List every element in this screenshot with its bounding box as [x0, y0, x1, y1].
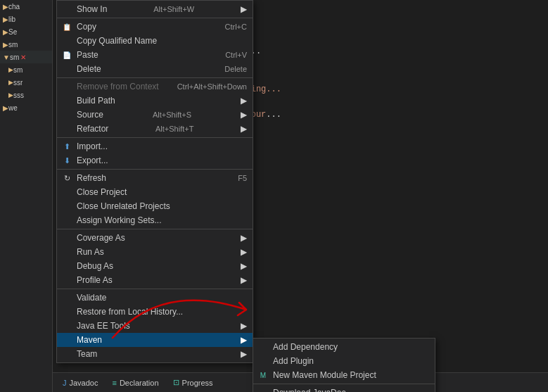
menu-separator: [253, 384, 435, 384]
menu-item-show-in[interactable]: Show In Alt+Shift+W ▶: [57, 2, 253, 16]
menu-shortcut: Alt+Shift+S: [153, 110, 191, 119]
sidebar-item-ssr[interactable]: ▶ ssr: [0, 76, 52, 89]
sidebar-label: lib: [8, 15, 15, 23]
menu-item-label: Delete: [77, 64, 101, 74]
sidebar-item-lib[interactable]: ▶ lib: [0, 13, 52, 25]
file-tree-sidebar: ▶ cha ▶ lib ▶ Se ▶ sm ▼ sm ✕ ▶ sm ▶ ssr …: [0, 0, 53, 392]
menu-separator: [57, 169, 253, 170]
menu-item-label: Show In: [77, 4, 107, 14]
menu-item-label: Coverage As: [77, 233, 125, 243]
sidebar-item-sss[interactable]: ▶ sss: [0, 89, 52, 101]
menu-item-refactor[interactable]: Refactor Alt+Shift+T ▶: [57, 122, 253, 136]
menu-item-import[interactable]: ⬆ Import...: [57, 139, 253, 153]
menu-item-validate[interactable]: Validate: [57, 291, 253, 305]
menu-separator: [57, 289, 253, 289]
menu-item-coverage-as[interactable]: Coverage As ▶: [57, 231, 253, 245]
sidebar-item-we[interactable]: ▶ we: [0, 101, 52, 114]
tab-label: Javadoc: [70, 379, 98, 387]
menu-shortcut: Delete: [224, 65, 247, 73]
sidebar-label: ssr: [13, 79, 23, 87]
menu-item-paste[interactable]: 📄 Paste Ctrl+V: [57, 48, 253, 62]
menu-item-maven[interactable]: Maven ▶: [57, 333, 253, 347]
export-icon: ⬇: [61, 155, 72, 166]
sidebar-item-sm3[interactable]: ▶ sm: [0, 63, 52, 76]
javadoc-icon: J: [63, 379, 67, 387]
menu-item-label: Assign Working Sets...: [77, 215, 162, 225]
import-icon: ⬆: [61, 141, 72, 152]
maven-menu-item-new-module[interactable]: M New Maven Module Project: [253, 368, 435, 382]
menu-item-label: Add Dependency: [273, 342, 338, 352]
paste-icon: 📄: [61, 49, 72, 61]
menu-item-source[interactable]: Source Alt+Shift+S ▶: [57, 108, 253, 122]
maven-menu-item-add-plugin[interactable]: Add Plugin: [253, 354, 435, 368]
menu-item-label: Remove from Context: [77, 82, 159, 91]
submenu-arrow-icon: ▶: [241, 124, 247, 134]
menu-item-label: Profile As: [77, 275, 113, 285]
menu-item-debug-as[interactable]: Debug As ▶: [57, 259, 253, 273]
menu-item-label: Restore from Local History...: [77, 307, 183, 317]
tab-label: Progress: [182, 379, 213, 387]
menu-item-team[interactable]: Team ▶: [57, 347, 253, 361]
menu-item-label: Validate: [77, 293, 106, 303]
menu-item-assign-working[interactable]: Assign Working Sets...: [57, 213, 253, 227]
submenu-arrow-icon: ▶: [241, 261, 247, 271]
sidebar-label: we: [8, 104, 18, 112]
sidebar-item-sm2[interactable]: ▼ sm ✕: [0, 51, 52, 63]
menu-separator: [57, 137, 253, 138]
menu-item-remove-context[interactable]: Remove from Context Ctrl+Alt+Shift+Down: [57, 80, 253, 94]
maven-menu-item-add-dependency[interactable]: Add Dependency: [253, 340, 435, 354]
maven-menu-item-download-javadoc[interactable]: Download JavaDoc: [253, 386, 435, 392]
menu-item-run-as[interactable]: Run As ▶: [57, 245, 253, 259]
menu-item-delete[interactable]: Delete Delete: [57, 62, 253, 76]
error-marker: ✕: [20, 53, 26, 61]
menu-item-java-ee-tools[interactable]: Java EE Tools ▶: [57, 319, 253, 333]
submenu-arrow-icon: ▶: [241, 321, 247, 331]
menu-shortcut: Ctrl+Alt+Shift+Down: [177, 82, 247, 91]
tab-javadoc[interactable]: J Javadoc: [56, 376, 105, 390]
menu-item-label: New Maven Module Project: [273, 370, 376, 380]
context-menu: Show In Alt+Shift+W ▶ 📋 Copy Ctrl+C Copy…: [56, 0, 253, 363]
menu-item-label: Export...: [77, 156, 108, 165]
progress-icon: ⊡: [173, 378, 179, 387]
submenu-arrow-icon: ▶: [241, 110, 247, 120]
sidebar-label: Se: [8, 28, 17, 36]
sidebar-label: sss: [13, 91, 24, 99]
tab-progress[interactable]: ⊡ Progress: [166, 375, 220, 390]
sidebar-item-sm1[interactable]: ▶ sm: [0, 38, 52, 51]
menu-item-label: Run As: [77, 247, 104, 257]
tab-declaration[interactable]: ≡ Declaration: [105, 376, 165, 390]
menu-item-label: Source: [77, 110, 103, 120]
sidebar-label: sm: [13, 66, 23, 74]
menu-shortcut: Alt+Shift+T: [155, 125, 193, 133]
menu-shortcut: Ctrl+C: [225, 23, 247, 31]
menu-separator: [57, 77, 253, 78]
menu-item-copy[interactable]: 📋 Copy Ctrl+C: [57, 20, 253, 34]
sidebar-label: sm: [10, 53, 19, 61]
menu-item-close-unrelated[interactable]: Close Unrelated Projects: [57, 199, 253, 213]
menu-item-label: Java EE Tools: [77, 321, 130, 331]
menu-separator: [57, 18, 253, 18]
submenu-arrow-icon: ▶: [241, 247, 247, 257]
menu-shortcut: F5: [238, 174, 247, 182]
menu-item-build-path[interactable]: Build Path ▶: [57, 94, 253, 108]
menu-item-export[interactable]: ⬇ Export...: [57, 153, 253, 167]
menu-item-close-project[interactable]: Close Project: [57, 185, 253, 199]
menu-item-copy-qualified[interactable]: Copy Qualified Name: [57, 34, 253, 48]
menu-item-restore-local[interactable]: Restore from Local History...: [57, 305, 253, 319]
sidebar-item-se[interactable]: ▶ Se: [0, 25, 52, 38]
menu-shortcut: Alt+Shift+W: [153, 5, 194, 13]
submenu-arrow-icon: ▶: [241, 233, 247, 243]
submenu-arrow-icon: ▶: [241, 349, 247, 359]
menu-item-refresh[interactable]: ↻ Refresh F5: [57, 171, 253, 185]
menu-item-label: Build Path: [77, 96, 115, 106]
submenu-arrow-icon: ▶: [241, 275, 247, 285]
menu-item-profile-as[interactable]: Profile As ▶: [57, 273, 253, 287]
menu-item-label: Copy Qualified Name: [77, 36, 157, 46]
menu-item-label: Copy: [77, 22, 96, 32]
menu-item-label: Debug As: [77, 261, 113, 271]
sidebar-item-cha[interactable]: ▶ cha: [0, 0, 52, 13]
menu-item-label: Download JavaDoc: [273, 388, 345, 392]
maven-submenu: Add Dependency Add Plugin M New Maven Mo…: [253, 338, 435, 392]
menu-shortcut: Ctrl+V: [225, 51, 247, 59]
sidebar-label: cha: [8, 3, 20, 11]
